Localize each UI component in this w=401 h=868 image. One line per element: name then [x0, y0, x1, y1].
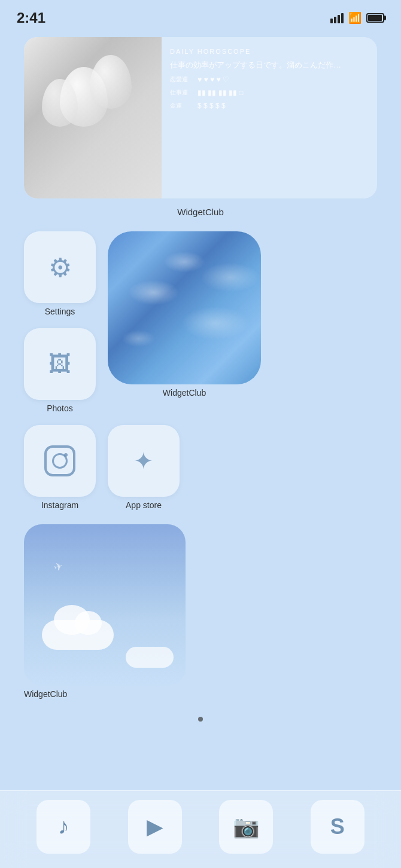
tiktok-icon: ♪ [58, 814, 69, 839]
sky-widget-wrapper: ✈ WidgetClub [24, 524, 377, 699]
photos-app-wrapper: 🖼 Photos [24, 328, 96, 413]
horoscope-work-stars: ▮▮ ▮▮ ▮▮ ▮▮ □ [198, 88, 244, 97]
water-ripple [108, 231, 261, 384]
app-row-2: Instagram ✦ App store [24, 425, 377, 510]
appstore-app-wrapper: ✦ App store [108, 425, 180, 510]
horoscope-money-row: 金運 $ $ $ $ $ [170, 102, 366, 110]
dock-camera-icon[interactable]: 📷 [219, 800, 273, 854]
wifi-icon: 📶 [348, 11, 361, 25]
sky-plane-icon: ✈ [52, 559, 64, 574]
horoscope-money-label: 金運 [170, 102, 194, 110]
dock-shortcuts-icon[interactable]: S [311, 800, 364, 854]
sky-cloud-2 [126, 647, 174, 668]
instagram-app-wrapper: Instagram [24, 425, 96, 510]
horoscope-love-row: 恋愛運 ♥ ♥ ♥ ♥ ♡ [170, 75, 366, 84]
horoscope-title: DAILY HOROSCOPE [170, 48, 366, 55]
appstore-app-icon[interactable]: ✦ [108, 425, 180, 497]
youtube-icon: ▶ [147, 814, 163, 839]
settings-app-label: Settings [45, 307, 75, 316]
horoscope-money-stars: $ $ $ $ $ [198, 102, 226, 110]
battery-icon [366, 13, 384, 23]
small-icons-col-1: ⚙ Settings 🖼 Photos [24, 231, 96, 413]
shortcuts-icon: S [330, 814, 345, 839]
home-screen: DAILY HOROSCOPE 仕事の効率がアップする日です。溜めこんだ作… 恋… [0, 31, 401, 699]
page-dots [0, 717, 401, 722]
appstore-icon: ✦ [133, 447, 154, 475]
horoscope-widget-label: WidgetClub [24, 207, 377, 217]
horoscope-text: 仕事の効率がアップする日です。溜めこんだ作… [170, 60, 366, 71]
dock: ♪ ▶ 📷 S [0, 790, 401, 868]
horoscope-widget-image [24, 37, 162, 198]
water-widget-label: WidgetClub [163, 388, 206, 398]
settings-app-wrapper: ⚙ Settings [24, 231, 96, 316]
sky-widget[interactable]: ✈ [24, 524, 186, 686]
photos-app-label: Photos [47, 404, 73, 413]
horoscope-work-label: 仕事運 [170, 88, 194, 97]
status-icons: 📶 [330, 11, 384, 25]
water-widget[interactable] [108, 231, 261, 384]
instagram-icon [44, 445, 75, 476]
status-bar: 2:41 📶 [0, 0, 401, 31]
horoscope-love-label: 恋愛運 [170, 75, 194, 84]
status-time: 2:41 [17, 10, 45, 26]
dock-youtube-icon[interactable]: ▶ [128, 800, 182, 854]
photos-icon: 🖼 [48, 352, 71, 377]
camera-icon: 📷 [233, 814, 260, 839]
signal-icon [330, 13, 344, 23]
sky-cloud-1 [42, 620, 114, 650]
settings-app-icon[interactable]: ⚙ [24, 231, 96, 303]
horoscope-love-stars: ♥ ♥ ♥ ♥ ♡ [198, 75, 229, 84]
horoscope-widget-content: DAILY HOROSCOPE 仕事の効率がアップする日です。溜めこんだ作… 恋… [162, 37, 377, 198]
sky-widget-label: WidgetClub [24, 689, 67, 699]
appstore-app-label: App store [126, 500, 162, 510]
app-row-1: ⚙ Settings 🖼 Photos WidgetClub [24, 231, 377, 413]
dock-tiktok-icon[interactable]: ♪ [37, 800, 90, 854]
instagram-app-label: Instagram [41, 500, 78, 510]
page-dot-1 [198, 717, 203, 722]
horoscope-widget[interactable]: DAILY HOROSCOPE 仕事の効率がアップする日です。溜めこんだ作… 恋… [24, 37, 377, 198]
instagram-app-icon[interactable] [24, 425, 96, 497]
water-widget-wrapper: WidgetClub [108, 231, 261, 398]
horoscope-work-row: 仕事運 ▮▮ ▮▮ ▮▮ ▮▮ □ [170, 88, 366, 97]
photos-app-icon[interactable]: 🖼 [24, 328, 96, 400]
settings-gear-icon: ⚙ [48, 252, 72, 283]
